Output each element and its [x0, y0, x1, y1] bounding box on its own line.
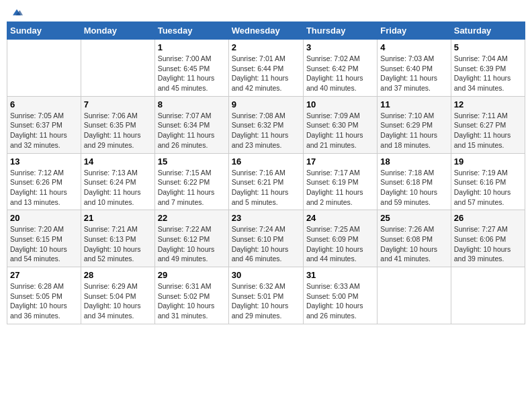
- weekday-header-wednesday: Wednesday: [228, 22, 303, 40]
- day-number: 20: [10, 213, 78, 223]
- calendar-day-cell: 13Sunrise: 7:12 AM Sunset: 6:26 PM Dayli…: [7, 153, 81, 210]
- day-info: Sunrise: 7:19 AM Sunset: 6:16 PM Dayligh…: [454, 168, 522, 208]
- calendar-day-cell: 1Sunrise: 7:00 AM Sunset: 6:45 PM Daylig…: [154, 40, 228, 97]
- weekday-header-monday: Monday: [81, 22, 154, 40]
- calendar-day-cell: 15Sunrise: 7:15 AM Sunset: 6:22 PM Dayli…: [154, 153, 228, 210]
- calendar-day-cell: 10Sunrise: 7:09 AM Sunset: 6:30 PM Dayli…: [303, 96, 377, 153]
- day-number: 4: [380, 42, 447, 52]
- calendar-week-row: 13Sunrise: 7:12 AM Sunset: 6:26 PM Dayli…: [7, 153, 525, 210]
- calendar-day-cell: 14Sunrise: 7:13 AM Sunset: 6:24 PM Dayli…: [81, 153, 154, 210]
- day-number: 25: [380, 213, 447, 223]
- day-info: Sunrise: 7:21 AM Sunset: 6:13 PM Dayligh…: [84, 224, 152, 264]
- calendar-day-cell: 5Sunrise: 7:04 AM Sunset: 6:39 PM Daylig…: [451, 40, 525, 97]
- day-number: 2: [232, 42, 300, 52]
- day-info: Sunrise: 7:26 AM Sunset: 6:08 PM Dayligh…: [380, 224, 447, 264]
- calendar-week-row: 6Sunrise: 7:05 AM Sunset: 6:37 PM Daylig…: [7, 96, 525, 153]
- day-info: Sunrise: 7:11 AM Sunset: 6:27 PM Dayligh…: [454, 111, 522, 150]
- calendar-day-cell: 9Sunrise: 7:08 AM Sunset: 6:32 PM Daylig…: [228, 96, 303, 153]
- calendar-day-cell: 7Sunrise: 7:06 AM Sunset: 6:35 PM Daylig…: [81, 96, 154, 153]
- calendar-day-cell: 22Sunrise: 7:22 AM Sunset: 6:12 PM Dayli…: [154, 210, 228, 267]
- day-info: Sunrise: 6:32 AM Sunset: 5:01 PM Dayligh…: [232, 281, 300, 321]
- day-info: Sunrise: 7:22 AM Sunset: 6:12 PM Dayligh…: [158, 224, 226, 264]
- weekday-header-row: SundayMondayTuesdayWednesdayThursdayFrid…: [7, 22, 525, 40]
- calendar-week-row: 20Sunrise: 7:20 AM Sunset: 6:15 PM Dayli…: [7, 210, 525, 267]
- day-info: Sunrise: 7:00 AM Sunset: 6:45 PM Dayligh…: [158, 54, 226, 93]
- day-info: Sunrise: 7:04 AM Sunset: 6:39 PM Dayligh…: [454, 54, 522, 93]
- day-number: 28: [84, 270, 152, 280]
- day-info: Sunrise: 7:24 AM Sunset: 6:10 PM Dayligh…: [232, 224, 300, 264]
- calendar-day-cell: 6Sunrise: 7:05 AM Sunset: 6:37 PM Daylig…: [7, 96, 81, 153]
- day-info: Sunrise: 7:07 AM Sunset: 6:34 PM Dayligh…: [158, 111, 226, 150]
- day-number: 1: [158, 42, 226, 52]
- day-info: Sunrise: 7:25 AM Sunset: 6:09 PM Dayligh…: [306, 224, 374, 264]
- calendar-day-cell: 18Sunrise: 7:18 AM Sunset: 6:18 PM Dayli…: [378, 153, 451, 210]
- calendar-day-cell: 2Sunrise: 7:01 AM Sunset: 6:44 PM Daylig…: [228, 40, 303, 97]
- day-info: Sunrise: 7:16 AM Sunset: 6:21 PM Dayligh…: [232, 168, 300, 208]
- calendar-table: SundayMondayTuesdayWednesdayThursdayFrid…: [7, 21, 525, 324]
- day-number: 29: [158, 270, 226, 280]
- day-info: Sunrise: 7:15 AM Sunset: 6:22 PM Dayligh…: [158, 168, 226, 208]
- calendar-day-cell: 26Sunrise: 7:27 AM Sunset: 6:06 PM Dayli…: [451, 210, 525, 267]
- day-number: 10: [306, 99, 374, 109]
- calendar-day-cell: 28Sunrise: 6:29 AM Sunset: 5:04 PM Dayli…: [81, 267, 154, 324]
- day-number: 30: [232, 270, 300, 280]
- calendar-day-cell: 11Sunrise: 7:10 AM Sunset: 6:29 PM Dayli…: [378, 96, 451, 153]
- calendar-day-cell: [7, 40, 81, 97]
- day-info: Sunrise: 6:31 AM Sunset: 5:02 PM Dayligh…: [158, 281, 226, 321]
- day-info: Sunrise: 7:09 AM Sunset: 6:30 PM Dayligh…: [306, 111, 374, 150]
- calendar-day-cell: [451, 267, 525, 324]
- day-number: 22: [158, 213, 226, 223]
- day-number: 7: [84, 99, 152, 109]
- calendar-day-cell: 3Sunrise: 7:02 AM Sunset: 6:42 PM Daylig…: [303, 40, 377, 97]
- calendar-day-cell: [378, 267, 451, 324]
- calendar-day-cell: 20Sunrise: 7:20 AM Sunset: 6:15 PM Dayli…: [7, 210, 81, 267]
- calendar-week-row: 27Sunrise: 6:28 AM Sunset: 5:05 PM Dayli…: [7, 267, 525, 324]
- day-number: 16: [232, 156, 300, 167]
- day-info: Sunrise: 7:12 AM Sunset: 6:26 PM Dayligh…: [10, 168, 78, 208]
- calendar-day-cell: 4Sunrise: 7:03 AM Sunset: 6:40 PM Daylig…: [378, 40, 451, 97]
- calendar-week-row: 1Sunrise: 7:00 AM Sunset: 6:45 PM Daylig…: [7, 40, 525, 97]
- day-number: 18: [380, 156, 447, 167]
- day-info: Sunrise: 7:05 AM Sunset: 6:37 PM Dayligh…: [10, 111, 78, 150]
- day-info: Sunrise: 7:02 AM Sunset: 6:42 PM Dayligh…: [306, 54, 374, 93]
- day-info: Sunrise: 7:18 AM Sunset: 6:18 PM Dayligh…: [380, 168, 447, 208]
- weekday-header-thursday: Thursday: [303, 22, 377, 40]
- day-info: Sunrise: 7:08 AM Sunset: 6:32 PM Dayligh…: [232, 111, 300, 150]
- day-number: 8: [158, 99, 226, 109]
- day-number: 26: [454, 213, 522, 223]
- page-header: [7, 7, 525, 16]
- logo: [9, 7, 23, 16]
- day-number: 24: [306, 213, 374, 223]
- day-info: Sunrise: 6:28 AM Sunset: 5:05 PM Dayligh…: [10, 281, 78, 321]
- day-info: Sunrise: 6:29 AM Sunset: 5:04 PM Dayligh…: [84, 281, 152, 321]
- logo-icon: [11, 7, 23, 19]
- calendar-day-cell: [81, 40, 154, 97]
- day-number: 11: [380, 99, 447, 109]
- calendar-day-cell: 24Sunrise: 7:25 AM Sunset: 6:09 PM Dayli…: [303, 210, 377, 267]
- day-number: 27: [10, 270, 78, 280]
- weekday-header-tuesday: Tuesday: [154, 22, 228, 40]
- day-info: Sunrise: 7:06 AM Sunset: 6:35 PM Dayligh…: [84, 111, 152, 150]
- day-number: 15: [158, 156, 226, 167]
- calendar-day-cell: 30Sunrise: 6:32 AM Sunset: 5:01 PM Dayli…: [228, 267, 303, 324]
- calendar-day-cell: 12Sunrise: 7:11 AM Sunset: 6:27 PM Dayli…: [451, 96, 525, 153]
- day-number: 31: [306, 270, 374, 280]
- calendar-day-cell: 21Sunrise: 7:21 AM Sunset: 6:13 PM Dayli…: [81, 210, 154, 267]
- day-info: Sunrise: 7:03 AM Sunset: 6:40 PM Dayligh…: [380, 54, 447, 93]
- weekday-header-sunday: Sunday: [7, 22, 81, 40]
- day-number: 9: [232, 99, 300, 109]
- weekday-header-friday: Friday: [378, 22, 451, 40]
- day-number: 5: [454, 42, 522, 52]
- calendar-day-cell: 19Sunrise: 7:19 AM Sunset: 6:16 PM Dayli…: [451, 153, 525, 210]
- day-number: 17: [306, 156, 374, 167]
- day-number: 3: [306, 42, 374, 52]
- calendar-day-cell: 16Sunrise: 7:16 AM Sunset: 6:21 PM Dayli…: [228, 153, 303, 210]
- calendar-day-cell: 29Sunrise: 6:31 AM Sunset: 5:02 PM Dayli…: [154, 267, 228, 324]
- day-info: Sunrise: 7:13 AM Sunset: 6:24 PM Dayligh…: [84, 168, 152, 208]
- day-info: Sunrise: 7:10 AM Sunset: 6:29 PM Dayligh…: [380, 111, 447, 150]
- calendar-day-cell: 27Sunrise: 6:28 AM Sunset: 5:05 PM Dayli…: [7, 267, 81, 324]
- day-number: 21: [84, 213, 152, 223]
- day-number: 19: [454, 156, 522, 167]
- calendar-day-cell: 31Sunrise: 6:33 AM Sunset: 5:00 PM Dayli…: [303, 267, 377, 324]
- day-number: 13: [10, 156, 78, 167]
